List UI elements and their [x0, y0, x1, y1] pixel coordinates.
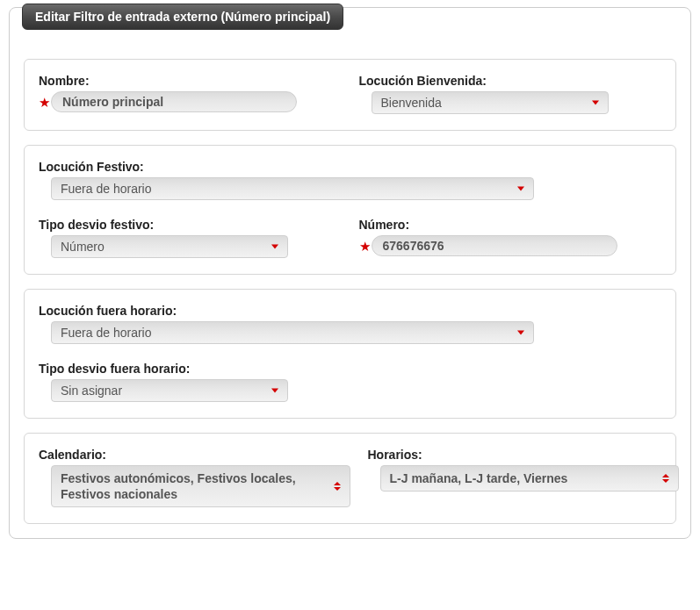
field-nombre: Nombre: ★ — [39, 74, 342, 114]
chevron-down-icon — [592, 101, 599, 105]
field-tipo-desvio-festivo: Tipo desvio festivo: ★ Número — [39, 218, 342, 258]
label-horarios: Horarios: — [368, 448, 680, 462]
label-locucion-fuera-horario: Locución fuera horario: — [39, 304, 661, 318]
select-value: Fuera de horario — [61, 326, 152, 340]
chevron-down-icon — [271, 389, 278, 393]
chevron-down-icon — [271, 245, 278, 249]
field-tipo-desvio-fuera-horario: Tipo desvio fuera horario: ★ Sin asignar — [39, 362, 350, 402]
field-calendario: Calendario: ★ Festivos autonómicos, Fest… — [39, 448, 350, 507]
select-value: Bienvenida — [381, 96, 442, 110]
label-nombre: Nombre: — [39, 74, 342, 88]
panel-calendario-horarios: Calendario: ★ Festivos autonómicos, Fest… — [24, 433, 676, 524]
select-value: Fuera de horario — [61, 182, 152, 196]
edit-filter-fieldset: Editar Filtro de entrada externo (Número… — [9, 7, 691, 539]
numero-input[interactable] — [372, 235, 617, 256]
calendario-select[interactable]: Festivos autonómicos, Festivos locales, … — [51, 465, 350, 507]
panel-fuera-horario: Locución fuera horario: ★ Fuera de horar… — [24, 289, 676, 419]
sort-icon — [662, 474, 669, 483]
select-value: Número — [61, 240, 105, 254]
field-locucion-fuera-horario: Locución fuera horario: ★ Fuera de horar… — [39, 304, 661, 344]
label-numero: Número: — [359, 218, 662, 232]
label-locucion-bienvenida: Locución Bienvenida: — [359, 74, 662, 88]
select-value: L-J mañana, L-J tarde, Viernes — [390, 470, 568, 486]
legend-text: Editar Filtro de entrada externo (Número… — [35, 10, 330, 24]
required-star-icon: ★ — [39, 96, 49, 109]
panel-festivo: Locución Festivo: ★ Fuera de horario Tip… — [24, 145, 676, 275]
label-locucion-festivo: Locución Festivo: — [39, 160, 661, 174]
chevron-down-icon — [517, 187, 524, 191]
label-tipo-desvio-festivo: Tipo desvio festivo: — [39, 218, 342, 232]
horarios-select[interactable]: L-J mañana, L-J tarde, Viernes — [380, 465, 680, 492]
field-locucion-bienvenida: Locución Bienvenida: ★ Bienvenida — [359, 74, 662, 114]
label-tipo-desvio-fuera-horario: Tipo desvio fuera horario: — [39, 362, 350, 376]
required-star-icon: ★ — [359, 240, 370, 253]
label-calendario: Calendario: — [39, 448, 350, 462]
fieldset-legend: Editar Filtro de entrada externo (Número… — [22, 4, 343, 30]
select-value: Sin asignar — [61, 384, 122, 398]
field-locucion-festivo: Locución Festivo: ★ Fuera de horario — [39, 160, 661, 200]
select-value: Festivos autonómicos, Festivos locales, … — [61, 470, 325, 502]
locucion-festivo-select[interactable]: Fuera de horario — [51, 177, 534, 200]
nombre-input[interactable] — [51, 91, 297, 112]
chevron-down-icon — [517, 331, 524, 335]
field-numero: Número: ★ — [359, 218, 662, 258]
field-horarios: Horarios: ★ L-J mañana, L-J tarde, Viern… — [368, 448, 680, 507]
locucion-bienvenida-select[interactable]: Bienvenida — [372, 91, 609, 114]
tipo-desvio-fuera-horario-select[interactable]: Sin asignar — [51, 379, 288, 402]
sort-icon — [334, 482, 341, 491]
locucion-fuera-horario-select[interactable]: Fuera de horario — [51, 321, 534, 344]
panel-basic: Nombre: ★ Locución Bienvenida: ★ Bienven… — [24, 59, 676, 131]
tipo-desvio-festivo-select[interactable]: Número — [51, 235, 288, 258]
